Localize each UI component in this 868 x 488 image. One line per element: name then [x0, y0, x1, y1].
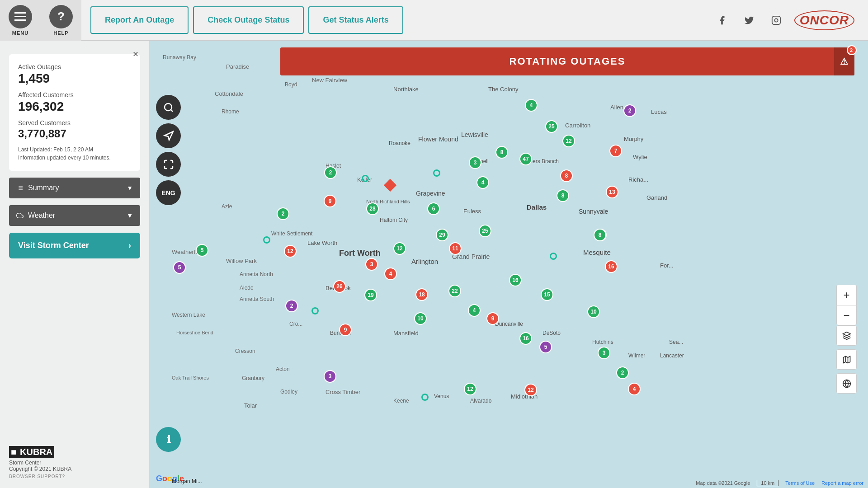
outage-marker[interactable]: 16	[605, 260, 618, 273]
check-status-button[interactable]: Check Outage Status	[193, 6, 304, 34]
weather-dropdown-button[interactable]: Weather ▼	[9, 205, 140, 226]
location-button[interactable]	[156, 123, 181, 148]
twitter-icon[interactable]	[740, 11, 758, 29]
outage-marker[interactable]: 3	[598, 347, 610, 359]
outage-marker[interactable]: 12	[284, 245, 297, 258]
weather-icon	[16, 212, 24, 219]
outage-marker[interactable]: 9	[324, 195, 336, 207]
menu-button[interactable]: MENU	[0, 0, 41, 41]
outage-marker[interactable]: 16	[509, 274, 522, 286]
outage-marker[interactable]: 2	[324, 166, 337, 179]
globe-button[interactable]	[836, 373, 857, 394]
outage-marker[interactable]: 13	[606, 186, 618, 198]
teal-circle-marker[interactable]	[362, 175, 369, 182]
info-button[interactable]: ℹ	[156, 427, 181, 452]
outage-marker[interactable]: 11	[449, 242, 462, 255]
outage-marker[interactable]: 9	[339, 324, 352, 336]
teal-circle-marker[interactable]	[263, 236, 270, 244]
terms-link[interactable]: Terms of Use	[785, 480, 815, 486]
outage-marker[interactable]: 15	[541, 288, 553, 301]
weather-label: Weather	[28, 211, 55, 220]
outage-marker[interactable]: 4	[476, 176, 489, 189]
outage-marker[interactable]: 12	[464, 383, 476, 395]
outage-marker[interactable]: 3	[469, 156, 481, 169]
storm-center-button[interactable]: Visit Storm Center ›	[9, 233, 140, 258]
summary-dropdown-button[interactable]: Summary ▼	[9, 178, 140, 198]
outage-marker[interactable]: 8	[560, 169, 573, 182]
stats-panel: Active Outages 1,459 Affected Customers …	[9, 54, 140, 171]
map-footer: Map data ©2021 Google 10 km Terms of Use…	[696, 480, 863, 486]
outage-marker[interactable]: 12	[524, 384, 537, 396]
outage-marker[interactable]: 25	[479, 225, 491, 237]
zoom-out-button[interactable]: −	[836, 305, 857, 325]
map-type-button[interactable]	[836, 349, 857, 370]
outage-marker[interactable]: 10	[587, 305, 600, 318]
weather-btn-left: Weather	[16, 211, 55, 220]
facebook-icon[interactable]	[713, 11, 731, 29]
outage-marker[interactable]: 8	[594, 229, 606, 241]
outage-marker[interactable]: 9	[486, 312, 499, 325]
teal-circle-marker[interactable]	[421, 394, 429, 401]
help-button[interactable]: ? HELP	[41, 0, 81, 41]
summary-btn-left: Summary	[16, 184, 59, 192]
outage-marker[interactable]: 2	[277, 207, 289, 220]
outage-marker[interactable]: 5	[173, 261, 186, 274]
teal-circle-marker[interactable]	[550, 253, 557, 260]
outage-marker[interactable]: 28	[366, 202, 379, 215]
language-button[interactable]: ENG	[156, 180, 181, 205]
outage-marker[interactable]: 4	[468, 304, 481, 317]
outage-marker[interactable]: 2	[616, 366, 629, 379]
affected-customers-label: Affected Customers	[18, 91, 131, 99]
outage-marker[interactable]: 6	[427, 202, 440, 215]
storm-center-text: Storm Center	[9, 460, 140, 466]
last-updated-text: Last Updated: Feb 15, 2:20 AM Informatio…	[18, 145, 131, 162]
svg-marker-6	[165, 131, 173, 140]
outage-marker[interactable]: 12	[562, 135, 575, 147]
outage-marker[interactable]: 5	[539, 341, 552, 353]
teal-circle-marker[interactable]	[311, 307, 319, 314]
outage-marker[interactable]: 4	[525, 99, 538, 112]
get-alerts-button[interactable]: Get Status Alerts	[308, 6, 403, 34]
outage-marker[interactable]: 3	[324, 370, 336, 383]
storm-center-label: Visit Storm Center	[18, 241, 89, 250]
outage-marker[interactable]: 12	[393, 242, 406, 255]
outage-marker[interactable]: 47	[519, 153, 532, 165]
outage-marker[interactable]: 5	[196, 244, 208, 257]
right-controls	[836, 325, 857, 394]
svg-rect-2	[14, 19, 26, 21]
rotating-outages-text: ROTATING OUTAGES	[509, 56, 626, 67]
outage-marker[interactable]: 8	[557, 189, 569, 202]
map-controls-left: ENG	[156, 95, 181, 205]
copyright-text: Copyright © 2021 KUBRA	[9, 466, 140, 472]
teal-circle-marker[interactable]	[433, 169, 440, 177]
outage-marker[interactable]: 22	[448, 285, 461, 297]
instagram-icon[interactable]	[767, 11, 785, 29]
outage-marker[interactable]: 19	[364, 289, 377, 301]
outage-marker[interactable]: 29	[436, 229, 448, 241]
outage-marker[interactable]: 7	[609, 145, 622, 157]
outage-marker[interactable]: 16	[519, 332, 532, 345]
kubra-logo: ■KUBRA	[9, 447, 140, 457]
scale-indicator: 10 km	[757, 480, 778, 486]
outage-marker[interactable]: 4	[628, 383, 641, 395]
outage-marker[interactable]: 18	[415, 288, 428, 301]
map-data-text: Map data ©2021 Google	[696, 480, 750, 486]
outage-marker[interactable]: 4	[384, 267, 397, 280]
zoom-in-button[interactable]: +	[836, 285, 857, 305]
outage-marker[interactable]: 2	[623, 104, 636, 117]
summary-chevron-icon: ▼	[127, 184, 133, 192]
report-error-link[interactable]: Report a map error	[821, 480, 863, 486]
menu-icon	[9, 5, 32, 28]
close-sidebar-button[interactable]: ×	[129, 47, 142, 61]
search-map-button[interactable]	[156, 95, 181, 120]
report-outage-button[interactable]: Report An Outage	[90, 6, 189, 34]
outage-marker[interactable]: 10	[414, 312, 427, 325]
outage-marker[interactable]: 25	[545, 120, 558, 133]
outage-marker[interactable]: 26	[333, 280, 346, 293]
outage-marker[interactable]: 8	[495, 146, 508, 159]
outage-marker[interactable]: 2	[285, 300, 298, 312]
browser-support-link[interactable]: BROWSER SUPPORT?	[9, 474, 140, 479]
fullscreen-button[interactable]	[156, 152, 181, 177]
layers-button[interactable]	[836, 325, 857, 346]
outage-marker[interactable]: 3	[365, 258, 378, 271]
